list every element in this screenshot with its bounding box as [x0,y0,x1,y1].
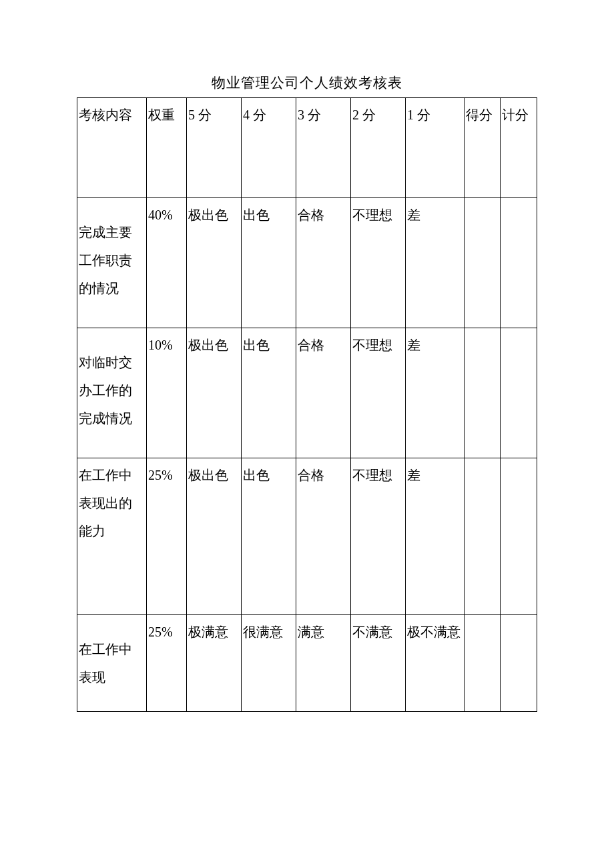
cell-content: 在工作中表现出的能力 [77,458,147,615]
table-row: 完成主要工作职责的情况 40% 极出色 出色 合格 不理想 差 [77,198,537,328]
cell-weight: 10% [146,328,186,458]
cell-5pt: 极满意 [187,615,242,712]
cell-calc [501,615,537,712]
header-2pt: 2 分 [351,98,406,198]
header-weight: 权重 [146,98,186,198]
cell-2pt: 不满意 [351,615,406,712]
header-5pt: 5 分 [187,98,242,198]
cell-3pt: 合格 [296,458,351,615]
cell-1pt: 差 [406,458,464,615]
cell-3pt: 合格 [296,328,351,458]
cell-4pt: 很满意 [242,615,296,712]
header-3pt: 3 分 [296,98,351,198]
cell-score [464,615,501,712]
cell-score [464,198,501,328]
cell-weight: 25% [146,458,186,615]
cell-content: 对临时交办工作的完成情况 [77,328,147,458]
table-row: 在工作中表现出的能力 25% 极出色 出色 合格 不理想 差 [77,458,537,615]
cell-1pt: 差 [406,328,464,458]
cell-weight: 40% [146,198,186,328]
cell-content: 在工作中表现 [77,615,147,712]
cell-score [464,328,501,458]
cell-2pt: 不理想 [351,328,406,458]
cell-score [464,458,501,615]
cell-5pt: 极出色 [187,198,242,328]
table-row: 对临时交办工作的完成情况 10% 极出色 出色 合格 不理想 差 [77,328,537,458]
cell-1pt: 极不满意 [406,615,464,712]
cell-2pt: 不理想 [351,458,406,615]
header-calc: 计分 [501,98,537,198]
cell-4pt: 出色 [242,198,296,328]
header-content: 考核内容 [77,98,147,198]
cell-weight: 25% [146,615,186,712]
cell-4pt: 出色 [242,328,296,458]
header-1pt: 1 分 [406,98,464,198]
table-header-row: 考核内容 权重 5 分 4 分 3 分 2 分 1 分 得分 计分 [77,98,537,198]
header-4pt: 4 分 [242,98,296,198]
cell-4pt: 出色 [242,458,296,615]
cell-5pt: 极出色 [187,458,242,615]
cell-1pt: 差 [406,198,464,328]
cell-calc [501,198,537,328]
cell-calc [501,458,537,615]
cell-3pt: 合格 [296,198,351,328]
header-score: 得分 [464,98,501,198]
cell-5pt: 极出色 [187,328,242,458]
cell-content: 完成主要工作职责的情况 [77,198,147,328]
cell-calc [501,328,537,458]
table-row: 在工作中表现 25% 极满意 很满意 满意 不满意 极不满意 [77,615,537,712]
cell-3pt: 满意 [296,615,351,712]
appraisal-table: 考核内容 权重 5 分 4 分 3 分 2 分 1 分 得分 计分 完成主要工作… [77,97,537,712]
table-title: 物业管理公司个人绩效考核表 [77,73,537,92]
cell-2pt: 不理想 [351,198,406,328]
